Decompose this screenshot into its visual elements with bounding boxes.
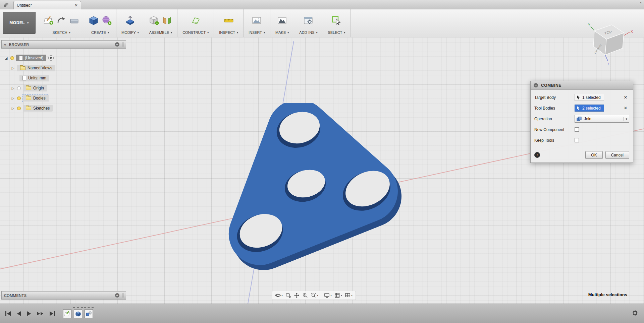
workspace-selector[interactable]: MODEL ▾ xyxy=(3,12,36,34)
browser-panel-header[interactable]: « BROWSER − xyxy=(1,40,126,49)
skip-to-start-button[interactable] xyxy=(5,311,11,316)
document-root-item[interactable]: (Unsaved) xyxy=(16,55,46,61)
expand-triangle-icon[interactable]: ▷ xyxy=(11,86,15,90)
browser-row-sketches[interactable]: ▷ Sketches xyxy=(4,103,55,113)
inspect-menu[interactable]: INSPECT ▾ xyxy=(218,29,239,36)
scroll-up-icon[interactable]: ▲ xyxy=(639,1,642,4)
expand-triangle-icon[interactable]: ▷ xyxy=(11,96,15,100)
measure-icon[interactable] xyxy=(224,15,234,25)
operation-dropdown[interactable]: Join ▾ xyxy=(575,115,629,123)
timeline-extrude-feature-icon[interactable] xyxy=(74,309,82,318)
collapse-dialog-icon[interactable]: − xyxy=(534,83,538,87)
clear-tools-icon[interactable]: ✕ xyxy=(622,106,629,111)
insert-menu[interactable]: INSERT ▾ xyxy=(248,29,266,36)
visibility-bulb-icon[interactable] xyxy=(17,96,21,100)
construct-menu[interactable]: CONSTRUCT ▾ xyxy=(182,29,209,36)
activate-component-radio[interactable] xyxy=(48,55,54,61)
browser-row-document[interactable]: ◢ (Unsaved) xyxy=(4,53,55,63)
toolbar-group-inspect: INSPECT ▾ xyxy=(214,9,244,37)
collapse-panel-icon[interactable]: « xyxy=(4,42,6,47)
panel-grip-handle[interactable] xyxy=(122,42,123,47)
browser-row-units[interactable]: Units: mm xyxy=(4,73,55,83)
combine-dialog-header[interactable]: − COMBINE xyxy=(531,81,633,90)
clear-target-icon[interactable]: ✕ xyxy=(622,95,629,100)
document-tab[interactable]: Untitled* ✕ xyxy=(13,1,81,9)
look-at-icon[interactable] xyxy=(285,293,291,298)
construction-plane-icon[interactable] xyxy=(191,15,201,25)
tool-bodies-label: Tool Bodies xyxy=(534,106,575,111)
timeline-sketch-feature-icon[interactable] xyxy=(63,309,71,318)
timeline-features xyxy=(63,309,93,318)
pan-icon[interactable] xyxy=(294,293,300,298)
make-menu[interactable]: MAKE ▾ xyxy=(275,29,289,36)
document-icon xyxy=(22,76,26,80)
comments-panel-header[interactable]: COMMENTS + xyxy=(1,291,126,300)
bodies-label: Bodies xyxy=(33,96,46,101)
sketch-menu[interactable]: SKETCH ▾ xyxy=(52,29,71,36)
orbit-icon[interactable]: ▾ xyxy=(275,293,283,298)
units-item[interactable]: Units: mm xyxy=(19,75,49,81)
project-geometry-icon[interactable] xyxy=(56,15,66,25)
minimize-panel-icon[interactable]: − xyxy=(115,42,119,47)
chevron-down-icon: ▾ xyxy=(171,31,172,34)
x-axis-label: X xyxy=(631,30,633,34)
expand-panel-icon[interactable]: + xyxy=(115,293,119,298)
chevron-down-icon: ▾ xyxy=(287,31,289,34)
expand-triangle-icon[interactable]: ▷ xyxy=(11,66,15,70)
step-forward-button[interactable] xyxy=(37,312,43,315)
ok-button[interactable]: OK xyxy=(585,151,602,159)
display-settings-icon[interactable]: ▾ xyxy=(324,293,332,298)
create-sketch-icon[interactable] xyxy=(43,15,53,25)
viewports-icon[interactable]: ▾ xyxy=(345,293,353,298)
panel-grip-handle[interactable] xyxy=(122,293,123,298)
folder-icon xyxy=(26,96,31,100)
viewport-canvas[interactable]: « BROWSER − ◢ (Unsaved) ▷ Named Views Un… xyxy=(0,38,644,304)
grid-snaps-icon[interactable]: ▾ xyxy=(334,293,342,298)
timeline-settings-gear-icon[interactable] xyxy=(632,309,639,318)
step-back-button[interactable] xyxy=(17,311,21,316)
bodies-item[interactable]: Bodies xyxy=(23,95,49,102)
assemble-menu[interactable]: ASSEMBLE ▾ xyxy=(149,29,173,36)
modify-menu[interactable]: MODIFY ▾ xyxy=(121,29,140,36)
target-body-selection[interactable]: 1 selected xyxy=(575,94,604,101)
new-component-icon[interactable] xyxy=(149,15,159,25)
timeline-combine-feature-icon[interactable] xyxy=(85,309,93,318)
box-primitive-icon[interactable] xyxy=(89,15,99,25)
named-views-item[interactable]: Named Views xyxy=(17,65,55,71)
joint-icon[interactable] xyxy=(162,15,172,25)
insert-image-icon[interactable] xyxy=(252,15,262,25)
visibility-bulb-icon[interactable] xyxy=(10,56,14,60)
skip-to-end-button[interactable] xyxy=(50,311,55,316)
expand-triangle-icon[interactable]: ◢ xyxy=(4,56,8,60)
fidget-spinner-model[interactable] xyxy=(218,103,406,274)
document-tab-title: Untitled* xyxy=(17,3,32,8)
create-menu[interactable]: CREATE ▾ xyxy=(91,29,110,36)
addins-menu[interactable]: ADD-INS ▾ xyxy=(299,29,318,36)
expand-triangle-icon[interactable]: ▷ xyxy=(11,107,15,110)
keep-tools-checkbox[interactable] xyxy=(575,138,579,142)
select-icon[interactable] xyxy=(331,15,341,25)
scripts-addins-icon[interactable] xyxy=(303,15,313,25)
zoom-icon[interactable] xyxy=(302,293,308,298)
browser-row-bodies[interactable]: ▷ Bodies xyxy=(4,93,55,103)
play-button[interactable] xyxy=(27,311,31,316)
3d-print-icon[interactable] xyxy=(277,15,287,25)
info-icon[interactable]: i xyxy=(534,152,540,158)
create-form-icon[interactable] xyxy=(102,15,112,25)
close-icon[interactable]: ✕ xyxy=(74,3,78,8)
sketches-item[interactable]: Sketches xyxy=(23,105,53,112)
new-component-checkbox[interactable] xyxy=(575,127,579,132)
keep-tools-label: Keep Tools xyxy=(534,138,575,143)
visibility-bulb-off-icon[interactable] xyxy=(17,86,21,90)
browser-row-origin[interactable]: ▷ Origin xyxy=(4,83,55,93)
visibility-bulb-icon[interactable] xyxy=(17,107,21,110)
tool-bodies-selection[interactable]: 2 selected xyxy=(575,105,604,112)
select-menu[interactable]: SELECT ▾ xyxy=(327,29,346,36)
view-cube[interactable]: X Y Z TOP FRONT xyxy=(585,22,635,72)
cancel-button[interactable]: Cancel xyxy=(605,151,629,159)
origin-item[interactable]: Origin xyxy=(23,85,47,91)
browser-row-named-views[interactable]: ▷ Named Views xyxy=(4,63,55,73)
zoom-window-icon[interactable]: ▾ xyxy=(311,293,318,298)
press-pull-icon[interactable] xyxy=(125,15,135,25)
sketch-palette-icon[interactable] xyxy=(69,15,79,25)
